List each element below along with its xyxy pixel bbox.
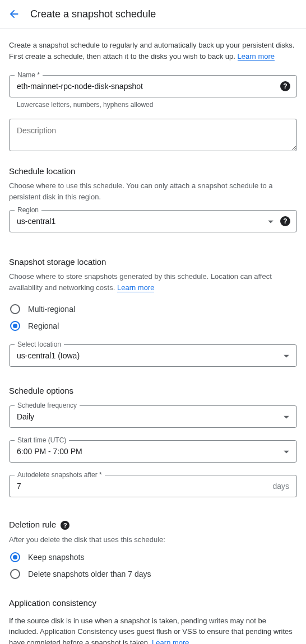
- region-select[interactable]: us-central1: [9, 210, 297, 232]
- name-label: Name *: [15, 71, 43, 79]
- deletion-rule-title: Deletion rule ?: [9, 520, 297, 530]
- autodelete-label: Autodelete snapshots after *: [15, 471, 105, 479]
- storage-location-desc: Choose where to store snapshots generate…: [9, 271, 297, 293]
- intro-text: Create a snapshot schedule to regularly …: [9, 40, 297, 62]
- region-select-wrap: Region us-central1 ?: [9, 210, 297, 232]
- schedule-location-desc: Choose where to use this schedule. You c…: [9, 180, 297, 202]
- radio-icon: [10, 552, 20, 562]
- app-consistency-title: Application consistency: [9, 598, 297, 608]
- frequency-select-wrap: Schedule frequency Daily: [9, 405, 297, 428]
- radio-multi-regional[interactable]: Multi-regional: [10, 301, 297, 318]
- storage-learn-more-link[interactable]: Learn more: [117, 283, 154, 292]
- help-icon[interactable]: ?: [280, 81, 290, 91]
- help-icon[interactable]: ?: [61, 521, 69, 530]
- radio-delete-older[interactable]: Delete snapshots older than 7 days: [10, 566, 297, 582]
- name-hint: Lowercase letters, numbers, hyphens allo…: [17, 101, 297, 109]
- radio-icon: [10, 569, 20, 579]
- intro-learn-more-link[interactable]: Learn more: [238, 52, 275, 61]
- app-consistency-text: If the source disk is in use when a snap…: [9, 617, 293, 644]
- name-field-wrap: Name * ?: [9, 75, 297, 97]
- radio-keep-snapshots[interactable]: Keep snapshots: [10, 549, 297, 566]
- autodelete-field-wrap: Autodelete snapshots after * days: [9, 475, 297, 497]
- storage-location-label: Select location: [15, 340, 64, 348]
- frequency-label: Schedule frequency: [15, 402, 80, 409]
- radio-regional[interactable]: Regional: [10, 318, 297, 334]
- app-consistency-desc: If the source disk is in use when a snap…: [9, 615, 297, 644]
- help-icon[interactable]: ?: [280, 216, 290, 226]
- back-arrow-icon[interactable]: [8, 8, 20, 20]
- app-consistency-learn-more-link[interactable]: Learn more: [152, 638, 189, 644]
- radio-label: Delete snapshots older than 7 days: [28, 570, 151, 578]
- radio-icon: [10, 304, 20, 314]
- description-field-wrap: [9, 119, 297, 153]
- region-label: Region: [15, 206, 41, 214]
- page-title: Create a snapshot schedule: [30, 8, 156, 20]
- radio-icon: [10, 321, 20, 331]
- schedule-location-title: Schedule location: [9, 166, 297, 176]
- schedule-options-title: Schedule options: [9, 386, 297, 395]
- name-input[interactable]: [9, 75, 297, 97]
- description-textarea[interactable]: [9, 119, 297, 151]
- radio-label: Multi-regional: [28, 305, 75, 314]
- deletion-rule-text: Deletion rule: [9, 520, 56, 529]
- start-time-label: Start time (UTC): [15, 436, 69, 444]
- storage-location-title: Snapshot storage location: [9, 257, 297, 267]
- start-time-select-wrap: Start time (UTC) 6:00 PM - 7:00 PM: [9, 440, 297, 463]
- deletion-rule-desc: After you delete the disk that uses this…: [9, 534, 297, 545]
- radio-label: Regional: [28, 321, 59, 330]
- radio-label: Keep snapshots: [28, 553, 84, 562]
- storage-location-select-wrap: Select location us-central1 (Iowa): [9, 344, 297, 367]
- page-header: Create a snapshot schedule: [0, 0, 306, 29]
